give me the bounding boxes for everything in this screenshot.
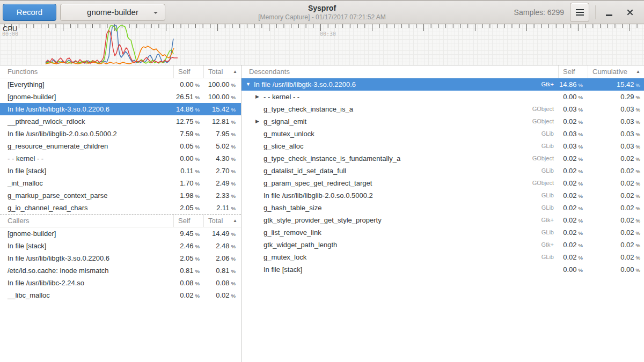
callers-rows: [gnome-builder]9.45%14.49%In file [stack… [0,227,241,301]
row-name-cell: g_slice_allocGLib [241,140,558,152]
table-row[interactable]: In file /usr/lib/libc-2.24.so0.08%0.08% [0,277,241,289]
table-row[interactable]: g_markup_parse_context_parse1.98%2.33% [0,189,241,202]
close-button[interactable] [623,5,638,20]
self-value: 12.75% [173,115,203,128]
total-value: 4.30% [203,152,241,165]
row-name-cell: In file /usr/lib/libglib-2.0.so.0.5000.2… [241,189,558,202]
function-name: In file /usr/lib/libgtk-3.so.0.2200.6 [8,105,109,113]
table-row[interactable]: g_mutex_lockGLib0.02%0.02% [241,251,644,263]
column-header-self[interactable]: Self [173,215,203,227]
chevron-down-icon [153,12,158,16]
function-name: In file /usr/lib/libglib-2.0.so.0.5000.2 [264,189,373,202]
column-header-descendants[interactable]: Descendants [241,65,558,78]
library-tag: Gtk+ [541,239,558,251]
column-header-total[interactable]: Total ▲ [203,215,241,227]
table-row[interactable]: - - kernel - -0.00%4.30% [0,152,241,165]
table-row[interactable]: ▼In file /usr/lib/libgtk-3.so.0.2200.6Gt… [241,78,644,91]
main-panes: Functions Self Total ▲ [Everything]0.00%… [0,65,644,362]
function-name: g_mutex_unlock [264,128,314,140]
self-value: 1.70% [173,177,203,189]
table-row[interactable]: /etc/ld.so.cache: inode mismatch0.81%0.8… [0,264,241,277]
table-row[interactable]: [gnome-builder]9.45%14.49% [0,227,241,240]
table-row[interactable]: In file /usr/lib/libglib-2.0.so.0.5000.2… [241,189,644,202]
table-row[interactable]: gtk_style_provider_get_style_propertyGtk… [241,214,644,226]
total-value: 0.02% [588,214,644,226]
minimize-button[interactable] [602,5,617,20]
library-tag: GLib [541,202,558,214]
self-value: 0.08% [173,277,203,289]
table-row[interactable]: In file [stack]0.00%0.00% [241,263,644,276]
target-select[interactable]: gnome-builder [60,4,165,21]
table-row[interactable]: [gnome-builder]26.51%100.00% [0,91,241,103]
record-button[interactable]: Record [3,4,56,21]
self-value: 0.00% [173,78,203,91]
cpu-graph[interactable]: CPU 00:00 00:30 [0,24,644,65]
table-row[interactable]: g_datalist_id_set_data_fullGLib0.02%0.02… [241,165,644,177]
table-row[interactable]: g_mutex_unlockGLib0.03%0.03% [241,128,644,140]
column-header-cumulative[interactable]: Cumulative ▲ [588,65,644,78]
library-tag: GLib [541,128,558,140]
table-row[interactable]: [Everything]0.00%100.00% [0,78,241,91]
table-row[interactable]: _int_malloc1.70%2.49% [0,177,241,189]
table-row[interactable]: g_type_check_instance_is_aGObject0.03%0.… [241,103,644,115]
total-value: 0.03% [588,115,644,128]
self-value: 14.86% [173,103,203,115]
library-tag: GLib [541,165,558,177]
row-name-cell: g_datalist_id_set_data_fullGLib [241,165,558,177]
library-tag: GObject [532,152,558,165]
self-value: 0.02% [558,115,588,128]
table-row[interactable]: g_type_check_instance_is_fundamentally_a… [241,152,644,165]
function-name: - - kernel - - [8,154,43,162]
row-name-cell: g_markup_parse_context_parse [0,189,173,202]
self-value: 0.02% [558,214,588,226]
row-name-cell: g_resource_enumerate_children [0,140,173,152]
self-value: 0.11% [173,165,203,177]
table-row[interactable]: g_io_channel_read_chars2.05%2.11% [0,202,241,214]
self-value: 2.46% [173,240,203,252]
table-row[interactable]: g_resource_enumerate_children0.05%5.02% [0,140,241,152]
total-value: 0.02% [588,165,644,177]
table-row[interactable]: ▶- - kernel - -0.00%0.29% [241,91,644,103]
row-name-cell: g_io_channel_read_chars [0,202,173,214]
table-row[interactable]: g_hash_table_sizeGLib0.02%0.02% [241,202,644,214]
self-value: 0.03% [558,128,588,140]
target-select-value: gnome-builder [87,8,138,17]
minimize-icon [606,14,612,16]
table-row[interactable]: __pthread_rwlock_rdlock12.75%12.81% [0,115,241,128]
table-row[interactable]: gtk_widget_path_lengthGtk+0.02%0.02% [241,239,644,251]
table-row[interactable]: ▶g_signal_emitGObject0.02%0.03% [241,115,644,128]
table-row[interactable]: In file [stack]0.11%2.70% [0,165,241,177]
self-value: 1.98% [173,189,203,202]
row-name-cell: In file /usr/lib/libgtk-3.so.0.2200.6 [0,252,173,264]
functions-rows: [Everything]0.00%100.00%[gnome-builder]2… [0,78,241,214]
table-row[interactable]: In file /usr/lib/libgtk-3.so.0.2200.62.0… [0,252,241,264]
expander-closed-icon[interactable]: ▶ [255,91,264,103]
self-value: 0.02% [558,189,588,202]
table-row[interactable]: g_slice_allocGLib0.03%0.03% [241,140,644,152]
total-value: 0.00% [588,263,644,276]
column-header-total[interactable]: Total ▲ [203,65,241,78]
table-row[interactable]: g_list_remove_linkGLib0.02%0.02% [241,226,644,239]
expander-closed-icon[interactable]: ▶ [255,115,264,128]
table-row[interactable]: In file /usr/lib/libgtk-3.so.0.2200.614.… [0,103,241,115]
table-row[interactable]: In file /usr/lib/libglib-2.0.so.0.5000.2… [0,128,241,140]
cpu-series-red [46,31,178,63]
row-name-cell: gtk_widget_path_lengthGtk+ [241,239,558,251]
function-name: g_slice_alloc [264,140,303,152]
headerbar-separator [595,5,596,19]
table-row[interactable]: In file [stack]2.46%2.48% [0,240,241,252]
column-header-functions[interactable]: Functions [0,65,173,78]
table-row[interactable]: g_param_spec_get_redirect_targetGObject0… [241,177,644,189]
self-value: 9.45% [173,227,203,240]
column-header-callers[interactable]: Callers [0,215,173,227]
column-header-self[interactable]: Self [173,65,203,78]
table-row[interactable]: __libc_malloc0.02%0.02% [0,289,241,301]
time-label-start: 00:00 [2,31,18,37]
left-pane: Functions Self Total ▲ [Everything]0.00%… [0,65,241,362]
column-header-self[interactable]: Self [558,65,588,78]
menu-button[interactable] [570,3,589,22]
expander-open-icon[interactable]: ▼ [246,78,254,91]
row-name-cell: gtk_style_provider_get_style_propertyGtk… [241,214,558,226]
function-name: g_hash_table_size [264,202,321,214]
function-name: g_io_channel_read_chars [8,204,88,212]
